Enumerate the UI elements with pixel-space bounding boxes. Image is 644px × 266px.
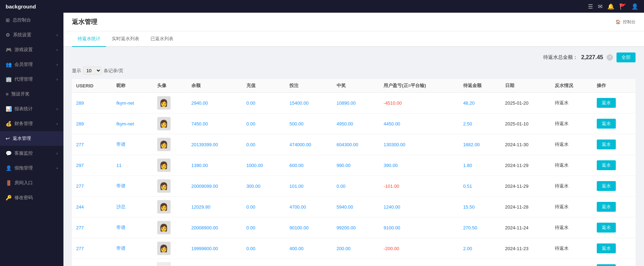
fanshui-button[interactable]: 返水: [597, 140, 616, 149]
cell-balance: 8000.00: [187, 259, 242, 266]
cell-action[interactable]: 返水: [593, 155, 636, 176]
cell-date: 2024-10-24: [501, 259, 551, 266]
sidebar-item-dashboard[interactable]: ⊞ 总控制台: [0, 13, 63, 27]
room-entry-icon: 🚪: [6, 180, 12, 186]
cell-nickname: 11: [112, 155, 153, 176]
chevron-right-icon-5: ›: [56, 107, 58, 111]
avatar: 👩: [157, 138, 171, 151]
tab-returned-list[interactable]: 已返水列表: [145, 31, 179, 47]
cell-date: 2024-11-30: [501, 134, 551, 155]
cell-status: 待返水: [551, 176, 593, 197]
sidebar-item-rebate-mgmt[interactable]: ↩ 返水管理: [0, 131, 63, 146]
cell-status: 待返水: [551, 93, 593, 113]
col-nickname: 昵称: [112, 79, 153, 93]
cell-recharge: 300.00: [242, 176, 285, 197]
rebate-mgmt-icon: ↩: [6, 136, 10, 141]
game-settings-icon: 🎮: [6, 47, 12, 52]
avatar: 👩: [157, 200, 171, 214]
sidebar-item-report-stats[interactable]: 📊 报表统计 ›: [0, 101, 63, 116]
table-row: 277 帝谱 👩 20009099.00 300.00 101.00 0.00 …: [72, 176, 636, 197]
cell-pending-amount: 1.80: [459, 155, 501, 176]
cell-bet: 600.00: [285, 155, 332, 176]
cell-date: 2024-11-23: [501, 238, 551, 259]
cell-profit-loss: -101.00: [379, 176, 459, 197]
sidebar-item-agent-mgmt[interactable]: 🏢 代理管理 ›: [0, 72, 63, 87]
sidebar-item-room-entry[interactable]: 🚪 房间入口: [0, 175, 63, 190]
cell-avatar: 👩: [153, 93, 187, 113]
cell-avatar: 👩: [153, 197, 187, 217]
cell-win: 990.00: [332, 155, 380, 176]
sidebar-item-customer-service[interactable]: 💬 客服监控 ›: [0, 146, 63, 161]
cell-profit-loss: -4510.00: [379, 93, 459, 113]
col-win: 中奖: [332, 79, 380, 93]
cell-action[interactable]: 返水: [593, 217, 636, 238]
cell-avatar: 👩: [153, 176, 187, 197]
cell-date: 2024-11-24: [501, 217, 551, 238]
cell-action[interactable]: 返水: [593, 113, 636, 134]
cell-action[interactable]: 返水: [593, 134, 636, 155]
cell-balance: 20009099.00: [187, 176, 242, 197]
sidebar-item-pre-lottery[interactable]: ≡ 预设开奖: [0, 87, 63, 101]
cell-recharge: 0.00: [242, 238, 285, 259]
cell-action[interactable]: 返水: [593, 259, 636, 266]
sidebar-label-agent-mgmt: 代理管理: [14, 76, 33, 82]
cell-pending-amount: 48.20: [459, 93, 501, 113]
sidebar-item-system-settings[interactable]: ⚙ 系统设置 ›: [0, 27, 63, 42]
cell-action[interactable]: 返水: [593, 176, 636, 197]
sidebar-label-room-entry: 房间入口: [14, 180, 33, 186]
sidebar-item-change-password[interactable]: 🔑 修改密码: [0, 190, 63, 205]
fanshui-button[interactable]: 返水: [597, 202, 616, 212]
cell-action[interactable]: 返水: [593, 197, 636, 217]
avatar: 👩: [157, 179, 171, 193]
avatar-placeholder: [157, 262, 171, 266]
sidebar-item-finance-mgmt[interactable]: 💰 财务管理 ›: [0, 116, 63, 131]
agent-mgmt-icon: 🏢: [6, 76, 12, 82]
cell-bet: 500.00: [285, 113, 332, 134]
tab-realtime-list[interactable]: 实时返水列表: [106, 31, 145, 47]
pre-lottery-icon: ≡: [6, 91, 8, 97]
cell-win: 5940.00: [332, 197, 380, 217]
cell-action[interactable]: 返水: [593, 238, 636, 259]
tab-realtime-list-label: 实时返水列表: [112, 36, 139, 41]
cell-balance: 2940.00: [187, 93, 242, 113]
mail-icon[interactable]: ✉: [598, 3, 602, 10]
sidebar-item-fake-mgmt[interactable]: 👤 假拖管理 ›: [0, 161, 63, 175]
cell-balance: 19999800.00: [187, 238, 242, 259]
cell-status: 待返水: [551, 113, 593, 134]
cell-balance: 7450.00: [187, 113, 242, 134]
avatar: 👩: [157, 117, 171, 130]
table-row: 277 帝谱 👩 20008900.00 0.00 90100.00 99200…: [72, 217, 636, 238]
chevron-right-icon-6: ›: [56, 122, 58, 126]
quanbu-button[interactable]: 全部: [617, 52, 636, 62]
fanshui-button[interactable]: 返水: [597, 98, 616, 108]
info-icon[interactable]: ?: [607, 54, 613, 61]
fanshui-button[interactable]: 返水: [597, 264, 616, 266]
table-row: 277 帝谱 👩 20139399.00 0.00 474000.00 6043…: [72, 134, 636, 155]
per-page-select[interactable]: 10 25 50 100: [83, 67, 102, 75]
cell-action[interactable]: 返水: [593, 93, 636, 113]
records-control: 显示 10 25 50 100 条记录/页: [72, 67, 636, 75]
col-pending-amount: 待返金额: [459, 79, 501, 93]
cell-userid: 277: [72, 217, 112, 238]
bell-icon[interactable]: 🔔: [607, 3, 614, 10]
sidebar-label-report-stats: 报表统计: [14, 106, 33, 112]
menu-icon[interactable]: ☰: [588, 3, 593, 10]
user-icon[interactable]: 👤: [631, 3, 638, 10]
fanshui-button[interactable]: 返水: [597, 243, 616, 253]
cell-avatar: 👩: [153, 113, 187, 134]
fanshui-button[interactable]: 返水: [597, 119, 616, 129]
cell-recharge: 0.00: [242, 197, 285, 217]
fanshui-button[interactable]: 返水: [597, 160, 616, 170]
sidebar-item-member-mgmt[interactable]: 👥 会员管理 ›: [0, 57, 63, 72]
tab-pending-stats[interactable]: 待返水统计: [72, 31, 106, 47]
topbar-icons: ☰ ✉ 🔔 🚩 👤: [588, 3, 638, 10]
fanshui-button[interactable]: 返水: [597, 223, 616, 233]
flag-icon[interactable]: 🚩: [619, 3, 626, 10]
fanshui-button[interactable]: 返水: [597, 181, 616, 191]
col-balance: 余额: [187, 79, 242, 93]
sidebar-item-game-settings[interactable]: 🎮 游戏设置 ›: [0, 42, 63, 57]
cell-pending-amount: 15.50: [459, 197, 501, 217]
cell-date: 2024-11-29: [501, 155, 551, 176]
chevron-right-icon-4: ›: [56, 77, 58, 81]
cell-userid: 289: [72, 93, 112, 113]
